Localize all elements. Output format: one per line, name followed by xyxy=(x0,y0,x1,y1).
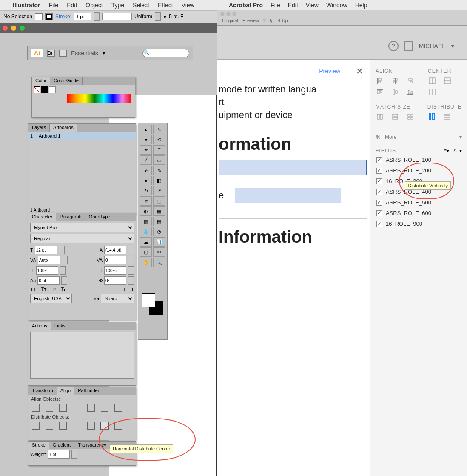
layers-panel[interactable]: Layers Artboards 1 Artboard 1 1 Artboard xyxy=(28,123,136,214)
hdist-center-icon[interactable] xyxy=(101,422,108,430)
color-panel[interactable]: Color Color Guide xyxy=(31,77,135,118)
field-item[interactable]: ASRS_ROLE_500 xyxy=(376,197,462,208)
vdist-center-icon[interactable] xyxy=(46,422,53,430)
menu-edit[interactable]: Edit xyxy=(288,2,298,9)
field-item[interactable]: 16_ROLE_900 xyxy=(376,218,462,229)
strikethrough-icon[interactable]: T xyxy=(131,287,134,292)
perspective-tool[interactable]: ▦ xyxy=(153,206,165,216)
user-name[interactable]: MICHAEL xyxy=(419,43,445,49)
tab-paragraph[interactable]: Paragraph xyxy=(56,213,85,221)
menu-file[interactable]: File xyxy=(49,2,59,9)
align-left-icon[interactable] xyxy=(32,404,40,412)
font-size-input[interactable] xyxy=(35,246,57,254)
form-field-2[interactable] xyxy=(235,188,341,203)
hand-tool[interactable]: ✋ xyxy=(140,258,152,267)
compare-tab-original[interactable]: Original xyxy=(222,18,238,23)
white-swatch-icon[interactable] xyxy=(49,86,56,93)
graph-tool[interactable]: 📊 xyxy=(153,237,165,247)
color-spectrum[interactable] xyxy=(67,94,131,103)
tab-color[interactable]: Color xyxy=(32,77,50,85)
baseline-input[interactable] xyxy=(37,276,60,285)
tab-align[interactable]: Align xyxy=(57,387,74,395)
brush-style[interactable] xyxy=(102,13,132,20)
font-family-select[interactable]: Myriad Pro xyxy=(30,223,134,232)
tab-gradient[interactable]: Gradient xyxy=(49,442,74,449)
center-v-icon[interactable] xyxy=(443,77,452,85)
tab-transparency[interactable]: Transparency xyxy=(74,442,110,449)
magic-wand-tool[interactable]: ✦ xyxy=(140,135,152,144)
fill-stroke-swatches[interactable] xyxy=(142,293,163,315)
compare-tab-2up[interactable]: 2-Up xyxy=(263,18,273,23)
minimize-button[interactable] xyxy=(11,26,16,31)
align-bottom-icon[interactable] xyxy=(114,404,122,412)
artboard-row[interactable]: 1 Artboard 1 xyxy=(28,132,136,140)
align-right-icon[interactable] xyxy=(59,404,67,412)
zoom-tool[interactable]: 🔍 xyxy=(153,258,165,267)
mobile-icon[interactable] xyxy=(404,41,413,51)
free-transform-tool[interactable]: ⬚ xyxy=(153,196,165,206)
form-field-1[interactable] xyxy=(219,160,367,175)
chevron-down-icon[interactable]: ▾ xyxy=(103,50,105,56)
kern-dd[interactable] xyxy=(62,256,68,264)
underline-icon[interactable]: T xyxy=(123,287,126,292)
menu-view[interactable]: View xyxy=(182,2,194,9)
stroke-label[interactable]: Stroke: xyxy=(55,14,71,20)
vscale-input[interactable] xyxy=(36,266,58,275)
search-input[interactable]: 🔍 xyxy=(142,49,189,57)
menu-help[interactable]: Help xyxy=(355,2,367,9)
chevron-down-icon[interactable]: ▾ xyxy=(459,134,462,140)
align-bottom-icon[interactable] xyxy=(406,88,415,96)
mesh-tool[interactable]: ▩ xyxy=(140,217,152,226)
leading-input[interactable] xyxy=(104,246,126,254)
eyedropper-tool[interactable]: 💧 xyxy=(140,227,152,236)
match-height-icon[interactable] xyxy=(391,112,399,121)
checkbox-icon[interactable] xyxy=(376,157,382,163)
gradient-tool[interactable]: ▤ xyxy=(153,217,165,226)
align-right-icon[interactable] xyxy=(406,77,415,85)
weight-dd[interactable] xyxy=(71,450,77,459)
rectangle-tool[interactable]: ▭ xyxy=(153,155,165,165)
bridge-icon[interactable]: Br xyxy=(47,50,55,57)
tracking-input[interactable] xyxy=(104,256,126,264)
center-h-icon[interactable] xyxy=(428,77,436,85)
distribute-vertical-icon[interactable] xyxy=(427,112,436,121)
align-left-icon[interactable] xyxy=(376,77,384,85)
actions-panel[interactable]: Actions Links xyxy=(28,322,136,386)
blob-brush-tool[interactable]: ● xyxy=(140,176,152,185)
tab-links[interactable]: Links xyxy=(51,322,69,330)
type-tool[interactable]: T xyxy=(153,145,165,155)
arrange-icon[interactable] xyxy=(59,50,67,57)
pen-tool[interactable]: ✒ xyxy=(140,145,152,155)
kerning-input[interactable] xyxy=(38,256,60,264)
hscale-input[interactable] xyxy=(104,266,126,275)
slice-tool[interactable]: ✂ xyxy=(153,247,165,257)
checkbox-icon[interactable] xyxy=(376,210,382,216)
language-select[interactable]: English: USA xyxy=(30,294,72,303)
checkbox-icon[interactable] xyxy=(376,189,382,195)
help-icon[interactable]: ? xyxy=(388,41,399,51)
distribute-horizontal-icon[interactable] xyxy=(443,112,451,121)
tab-layers[interactable]: Layers xyxy=(28,124,50,132)
rotate-tool[interactable]: ↻ xyxy=(140,186,152,195)
pencil-tool[interactable]: ✎ xyxy=(153,166,165,175)
rotation-input[interactable] xyxy=(104,276,126,285)
tab-dot-3[interactable] xyxy=(232,12,236,16)
tab-actions[interactable]: Actions xyxy=(28,322,51,330)
checkbox-icon[interactable] xyxy=(376,221,382,227)
checkbox-icon[interactable] xyxy=(376,178,382,184)
bl-dd[interactable] xyxy=(61,276,67,285)
none-swatch-icon[interactable] xyxy=(34,86,40,93)
align-vcenter-icon[interactable] xyxy=(391,88,399,96)
menu-effect[interactable]: Effect xyxy=(158,2,173,9)
match-both-icon[interactable] xyxy=(406,112,415,121)
subscript-icon[interactable]: T₁ xyxy=(61,287,66,292)
size-dd[interactable] xyxy=(59,246,65,254)
eraser-tool[interactable]: ◧ xyxy=(153,176,165,185)
checkbox-icon[interactable] xyxy=(376,200,382,206)
symbol-tool[interactable]: ☁ xyxy=(140,237,152,247)
menu-window[interactable]: Window xyxy=(326,2,347,9)
tab-dot-2[interactable] xyxy=(226,12,231,16)
superscript-icon[interactable]: T¹ xyxy=(51,287,56,292)
direct-select-tool[interactable]: ↖ xyxy=(153,125,165,134)
compare-tab-4up[interactable]: 4-Up xyxy=(278,18,288,23)
